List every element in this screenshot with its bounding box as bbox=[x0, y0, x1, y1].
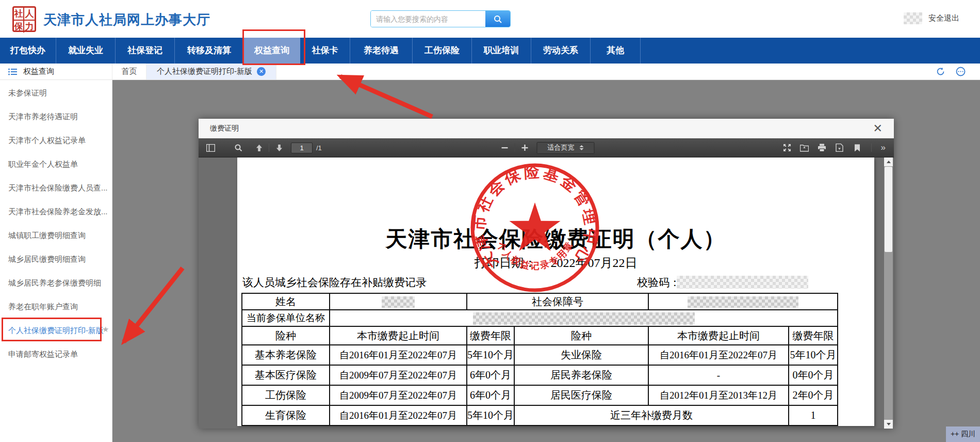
certificate-modal: 缴费证明 ✕ /1 bbox=[199, 119, 894, 429]
nav-item-shebaoka[interactable]: 社保卡 bbox=[300, 38, 350, 64]
name-value-cell bbox=[330, 293, 467, 310]
sidebar-item[interactable]: 城乡居民养老参保缴费明细 bbox=[0, 271, 112, 295]
favorite-star-icon[interactable]: ★ bbox=[102, 325, 109, 334]
zoom-in-icon[interactable] bbox=[518, 141, 532, 154]
refresh-icon[interactable] bbox=[936, 67, 945, 76]
years-cell: 5年10个月 bbox=[467, 345, 514, 365]
modal-close-icon[interactable]: ✕ bbox=[873, 123, 883, 134]
tab-home[interactable]: 首页 bbox=[112, 64, 146, 80]
employer-label-cell: 当前参保单位名称 bbox=[242, 310, 330, 326]
tab-label: 个人社保缴费证明打印-新版 bbox=[157, 67, 252, 76]
certificate-date-row: 打印日期： 2022年07月22日 bbox=[237, 255, 874, 271]
print-date-value: 2022年07月22日 bbox=[551, 255, 638, 271]
sidebar-item[interactable]: 天津市个人权益记录单 bbox=[0, 129, 112, 152]
pdf-search-icon[interactable] bbox=[232, 141, 245, 154]
scroll-down-icon[interactable] bbox=[884, 420, 893, 429]
table-row: 当前参保单位名称 bbox=[242, 310, 838, 326]
header-cell: 险种 bbox=[514, 326, 648, 345]
subsidy-note: 该人员城乡社会保险存在补贴缴费记录 bbox=[242, 275, 427, 290]
nav-item-quanyi-active[interactable]: 权益查询 bbox=[244, 38, 300, 64]
tab-bar: 权益查询 首页 个人社保缴费证明打印-新版 ✕ bbox=[0, 64, 980, 80]
sidebar-section-title: 权益查询 bbox=[23, 67, 54, 76]
header-cell: 险种 bbox=[242, 326, 330, 345]
pdf-viewport: 天津市社会保险缴费证明（个人） 打印日期： 2022年07月22日 该人员城乡社… bbox=[199, 157, 894, 429]
modal-title: 缴费证明 bbox=[210, 124, 239, 133]
insurance-type-cell: 失业保险 bbox=[514, 345, 648, 365]
logout-button[interactable]: 安全退出 bbox=[928, 13, 959, 23]
modal-titlebar: 缴费证明 ✕ bbox=[199, 119, 894, 138]
period-cell: 自2016年01月至2022年07月 bbox=[330, 405, 467, 425]
sidebar-item[interactable]: 城镇职工缴费明细查询 bbox=[0, 224, 112, 247]
sidebar-item[interactable]: 职业年金个人权益单 bbox=[0, 152, 112, 176]
sidebar-item[interactable]: 天津市养老待遇证明 bbox=[0, 105, 112, 129]
search-button[interactable] bbox=[485, 11, 510, 27]
years-cell: 5年10个月 bbox=[789, 345, 838, 365]
nav-item-zhuanyi[interactable]: 转移及清算 bbox=[175, 38, 244, 64]
zoom-out-icon[interactable] bbox=[498, 141, 512, 154]
more-tools-icon[interactable]: » bbox=[879, 143, 887, 153]
pdf-zoom-controls: 适合页宽 bbox=[498, 141, 595, 154]
sidebar-item[interactable]: 城乡居民缴费明细查询 bbox=[0, 247, 112, 271]
nav-item-yanglao[interactable]: 养老待遇 bbox=[350, 38, 413, 64]
avatar bbox=[904, 12, 922, 24]
site-title: 天津市人社局网上办事大厅 bbox=[43, 11, 210, 29]
user-area: 安全退出 bbox=[904, 12, 959, 24]
pdf-page-up-icon[interactable] bbox=[252, 141, 266, 154]
more-options-icon[interactable] bbox=[956, 67, 966, 76]
sidebar-item-certificate-print-active[interactable]: 个人社保缴费证明打印-新版 bbox=[0, 319, 112, 342]
nav-item-qita[interactable]: 其他 bbox=[591, 38, 641, 64]
sidebar-item[interactable]: 养老在职年账户查询 bbox=[0, 295, 112, 319]
main-nav: 打包快办 就业失业 社保登记 转移及清算 权益查询 社保卡 养老待遇 工伤保险 … bbox=[0, 38, 980, 64]
pdf-sidebar-toggle-icon[interactable] bbox=[204, 141, 217, 154]
download-icon[interactable] bbox=[833, 141, 846, 154]
certificate-note-row: 该人员城乡社会保险存在补贴缴费记录 校验码： bbox=[237, 275, 874, 290]
table-header-row: 险种 本市缴费起止时间 缴费年限 险种 本市缴费起止时间 缴费年限 bbox=[242, 326, 838, 345]
logo-char: 社 bbox=[14, 8, 24, 21]
years-cell: 6年0个月 bbox=[467, 365, 514, 385]
nav-item-dabao[interactable]: 打包快办 bbox=[0, 38, 56, 64]
logo-char: 保 bbox=[14, 21, 24, 33]
summary-value-cell: 1 bbox=[789, 405, 838, 425]
nav-item-jiuye[interactable]: 就业失业 bbox=[56, 38, 116, 64]
tab-close-icon[interactable]: ✕ bbox=[257, 67, 266, 76]
summary-label-cell: 近三年补缴费月数 bbox=[514, 405, 789, 425]
tab-active-certificate-print[interactable]: 个人社保缴费证明打印-新版 ✕ bbox=[146, 64, 276, 80]
period-cell: 自2016年01月至2022年07月 bbox=[648, 345, 789, 365]
zoom-mode-label: 适合页宽 bbox=[548, 143, 575, 152]
pdf-scrollbar[interactable] bbox=[884, 157, 893, 429]
pdf-page-total: /1 bbox=[316, 144, 322, 152]
scrollbar-thumb[interactable] bbox=[885, 167, 892, 252]
pdf-page-number-input[interactable] bbox=[291, 143, 313, 153]
bookmark-icon[interactable] bbox=[851, 141, 864, 154]
nav-item-laodong[interactable]: 劳动关系 bbox=[531, 38, 591, 64]
header-cell: 缴费年限 bbox=[467, 326, 514, 345]
scroll-up-icon[interactable] bbox=[884, 157, 893, 166]
zoom-mode-dropdown[interactable]: 适合页宽 bbox=[537, 142, 595, 154]
sidebar-header: 权益查询 bbox=[0, 64, 112, 80]
table-row: 姓名 社会保障号 bbox=[242, 293, 838, 310]
insurance-type-cell: 基本养老保险 bbox=[242, 345, 330, 365]
sidebar-item[interactable]: 申请邮寄权益记录单 bbox=[0, 342, 112, 366]
sidebar-item[interactable]: 天津市社会保险养老金发放... bbox=[0, 200, 112, 224]
open-file-icon[interactable] bbox=[798, 141, 811, 154]
period-cell: 自2016年01月至2022年07月 bbox=[330, 345, 467, 365]
dropdown-spinner-icon bbox=[580, 145, 584, 150]
sidebar-item[interactable]: 天津市社会保险缴费人员查... bbox=[0, 176, 112, 200]
search-input[interactable] bbox=[371, 11, 485, 27]
print-icon[interactable] bbox=[815, 141, 829, 154]
pdf-page-down-icon[interactable] bbox=[272, 141, 286, 154]
certificate-table: 姓名 社会保障号 当前参保单位名称 险种 本市缴费起止时间 缴费年限 险种 bbox=[241, 293, 838, 426]
ssn-label-cell: 社会保障号 bbox=[467, 293, 648, 310]
presentation-mode-icon[interactable] bbox=[780, 141, 794, 154]
table-row: 工伤保险 自2009年07月至2022年07月 6年0个月 居民医疗保险 自20… bbox=[242, 385, 838, 405]
insurance-type-cell: 居民养老保险 bbox=[514, 365, 648, 385]
nav-item-shebao-dengji[interactable]: 社保登记 bbox=[116, 38, 175, 64]
years-cell: 6年0个月 bbox=[467, 385, 514, 405]
header: 社 人 保 力 天津市人社局网上办事大厅 安全退出 bbox=[0, 0, 980, 38]
nav-item-gongshang[interactable]: 工伤保险 bbox=[413, 38, 472, 64]
tabbar-actions bbox=[936, 64, 980, 80]
search-bar bbox=[370, 10, 511, 27]
sidebar-item[interactable]: 未参保证明 bbox=[0, 81, 112, 105]
logo-char: 人 bbox=[24, 8, 35, 21]
nav-item-zhiye[interactable]: 职业培训 bbox=[472, 38, 531, 64]
